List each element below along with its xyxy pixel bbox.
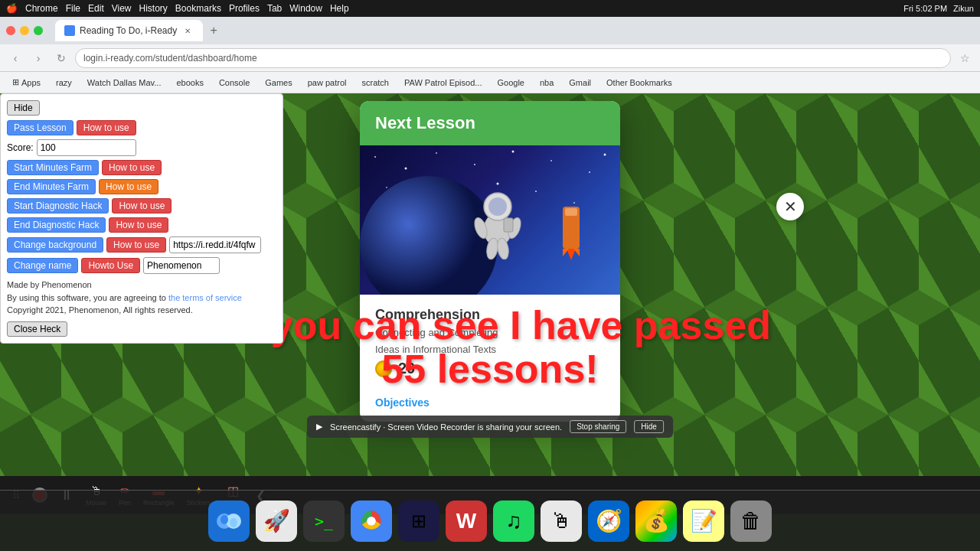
dock-finder[interactable] (208, 500, 250, 542)
refresh-button[interactable]: ↻ (52, 49, 70, 67)
pass-lesson-how-to-use[interactable]: How to use (77, 120, 136, 135)
end-diagnostic-hack-button[interactable]: End Diagnostic Hack (7, 217, 106, 233)
dock-notes[interactable]: 📝 (683, 500, 724, 542)
back-button[interactable]: ‹ (6, 49, 24, 67)
bookmark-google[interactable]: Google (491, 77, 530, 89)
bookmark-star[interactable]: ☆ (956, 49, 974, 67)
tab-menu[interactable]: Tab (267, 3, 282, 14)
close-window-button[interactable] (6, 26, 15, 35)
dock-spotify[interactable]: ♫ (493, 500, 534, 542)
bookmark-apps[interactable]: ⊞ Apps (6, 76, 47, 89)
dock-cursor[interactable]: 🖱 (541, 500, 582, 542)
chrome-menu[interactable]: Chrome (25, 3, 58, 14)
bookmark-paw-ep[interactable]: PAW Patrol Episod... (398, 77, 488, 89)
bookmark-label: paw patrol (308, 78, 347, 87)
minimize-window-button[interactable] (20, 26, 29, 35)
objectives-link[interactable]: Objectives (375, 396, 430, 409)
trash-icon: 🗑 (740, 508, 762, 533)
new-tab-button[interactable]: + (203, 20, 224, 41)
maximize-window-button[interactable] (34, 26, 43, 35)
lesson-subtitle-2: Ideas in Informational Texts (375, 343, 605, 357)
address-bar[interactable]: login.i-ready.com/student/dashboard/home (75, 48, 951, 68)
screencastify-bar: ▶ Screencastify · Screen Video Recorder … (307, 416, 673, 438)
hide-recording-button[interactable]: Hide (634, 420, 664, 433)
tab-close-button[interactable]: ✕ (181, 24, 194, 37)
end-diagnostic-how-to-use[interactable]: How to use (109, 217, 168, 233)
pass-lesson-button[interactable]: Pass Lesson (7, 120, 74, 135)
chrome-omnibar: ‹ › ↻ login.i-ready.com/student/dashboar… (0, 44, 980, 72)
svg-point-2 (436, 152, 437, 154)
bookmark-label: Apps (21, 78, 41, 87)
window-menu[interactable]: Window (289, 3, 322, 14)
svg-point-0 (374, 156, 376, 158)
bookmark-paw-patrol[interactable]: paw patrol (302, 77, 353, 89)
next-lesson-modal: Next Lesson (360, 101, 620, 422)
end-minutes-how-to-use[interactable]: How to use (99, 179, 158, 194)
dock-trash[interactable]: 🗑 (730, 500, 772, 542)
stop-sharing-button[interactable]: Stop sharing (570, 420, 626, 433)
change-name-button[interactable]: Change name (7, 258, 78, 273)
name-input[interactable] (143, 257, 220, 274)
dock-launchpad[interactable]: 🚀 (256, 500, 297, 542)
pass-lesson-row: Pass Lesson How to use (7, 120, 276, 135)
close-hack-button[interactable]: Close Heck (7, 321, 67, 337)
dock-wps[interactable]: W (446, 500, 487, 542)
score-row: Score: (7, 139, 276, 156)
bookmark-label: Other Bookmarks (606, 78, 672, 87)
tab-title: Reading To Do, i-Ready (80, 25, 177, 36)
change-background-button[interactable]: Change background (7, 237, 103, 253)
dock-terminal[interactable]: >_ (303, 500, 345, 542)
view-menu[interactable]: View (112, 3, 132, 14)
modal-close-button[interactable]: ✕ (776, 193, 804, 220)
chrome-titlebar: Reading To Do, i-Ready ✕ + (0, 17, 980, 44)
change-bg-how-to-use[interactable]: How to use (106, 237, 166, 253)
bookmark-games[interactable]: Games (259, 77, 298, 89)
mac-topbar-right: Fri 5:02 PM Zikun (903, 4, 974, 13)
dock-chrome[interactable] (351, 500, 392, 542)
hide-button[interactable]: Hide (7, 100, 40, 116)
svg-point-4 (512, 151, 514, 153)
forward-button[interactable]: › (29, 49, 47, 67)
bookmark-gmail[interactable]: Gmail (563, 77, 597, 89)
end-minutes-row: End Minutes Farm How to use (7, 179, 276, 194)
mac-topbar: 🍎 Chrome File Edit View History Bookmark… (0, 0, 980, 17)
bookmarks-menu[interactable]: Bookmarks (175, 3, 221, 14)
start-minutes-farm-button[interactable]: Start Minutes Farm (7, 160, 99, 175)
active-tab[interactable]: Reading To Do, i-Ready ✕ (55, 20, 203, 41)
bookmark-dallas[interactable]: Watch Dallas Mav... (81, 77, 168, 89)
svg-point-17 (488, 197, 507, 216)
start-diagnostic-hack-button[interactable]: Start Diagnostic Hack (7, 198, 109, 214)
score-label: Score: (7, 142, 34, 153)
bookmarks-bar: ⊞ Apps razy Watch Dallas Mav... ebooks C… (0, 72, 980, 93)
dock-app5[interactable]: ⊞ (398, 500, 439, 542)
dock-cash[interactable]: 💰 (635, 500, 677, 542)
apps-icon: ⊞ (12, 77, 19, 87)
profiles-menu[interactable]: Profiles (229, 3, 260, 14)
bookmark-scratch[interactable]: scratch (356, 77, 395, 89)
terms-link[interactable]: the terms of service (168, 293, 242, 302)
finder-icon (217, 509, 241, 533)
svg-marker-27 (573, 249, 580, 256)
svg-point-30 (220, 515, 228, 524)
screencastify-message: Screencastify · Screen Video Recorder is… (330, 422, 562, 432)
mac-topbar-left: 🍎 Chrome File Edit View History Bookmark… (6, 3, 349, 14)
change-name-how-to-use[interactable]: Howto Use (81, 258, 140, 273)
history-menu[interactable]: History (139, 3, 168, 14)
dock-safari[interactable]: 🧭 (588, 500, 629, 542)
file-menu[interactable]: File (66, 3, 80, 14)
bookmark-console[interactable]: Console (213, 77, 256, 89)
end-minutes-farm-button[interactable]: End Minutes Farm (7, 179, 96, 194)
chrome-window: Reading To Do, i-Ready ✕ + ‹ › ↻ login.i… (0, 17, 980, 551)
apple-icon[interactable]: 🍎 (6, 3, 18, 14)
start-minutes-how-to-use[interactable]: How to use (102, 160, 162, 175)
bg-url-input[interactable] (169, 236, 261, 253)
bookmark-razy[interactable]: razy (50, 77, 78, 89)
bookmark-ebooks[interactable]: ebooks (170, 77, 209, 89)
bookmark-nba[interactable]: nba (534, 77, 560, 89)
start-diagnostic-how-to-use[interactable]: How to use (112, 198, 172, 214)
score-input[interactable] (37, 139, 136, 156)
edit-menu[interactable]: Edit (88, 3, 104, 14)
bookmark-label: scratch (362, 78, 389, 87)
help-menu[interactable]: Help (330, 3, 349, 14)
bookmark-other[interactable]: Other Bookmarks (600, 77, 678, 89)
